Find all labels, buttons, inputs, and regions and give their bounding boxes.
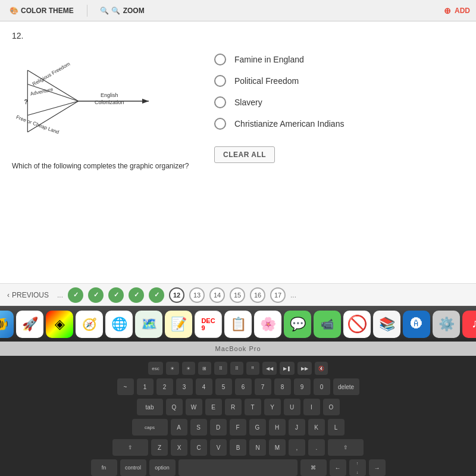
kb-f5[interactable]: ⠿ (230, 362, 243, 375)
dock-appstore-icon[interactable]: 🅐 (403, 311, 430, 338)
kb-tilde[interactable]: ~ (117, 378, 134, 395)
answer-choice-a[interactable]: Famine in England (214, 54, 464, 65)
radio-c[interactable] (214, 96, 226, 108)
kb-k[interactable]: K (308, 419, 325, 436)
kb-left[interactable]: ← (330, 459, 346, 476)
kb-q[interactable]: Q (166, 399, 183, 415)
kb-option[interactable]: option (149, 459, 176, 476)
kb-f10[interactable]: 🔇 (315, 362, 328, 375)
answer-choice-d[interactable]: Christianize American Indians (214, 118, 464, 130)
kb-tab[interactable]: tab (137, 399, 163, 415)
page-btn-12[interactable]: 12 (169, 287, 184, 303)
kb-e[interactable]: E (205, 399, 222, 415)
dock-no-sign-icon[interactable]: 🚫 (343, 311, 371, 338)
dock-books-icon[interactable]: 📚 (373, 311, 400, 338)
dock-maps-icon[interactable]: 🗺️ (135, 311, 162, 338)
answer-choice-b[interactable]: Political Freedom (214, 75, 464, 87)
kb-8[interactable]: 8 (274, 378, 291, 395)
kb-f9[interactable]: ▶▶ (298, 362, 312, 375)
kb-j[interactable]: J (289, 419, 305, 436)
radio-b[interactable] (214, 75, 226, 87)
kb-m[interactable]: M (269, 439, 286, 456)
kb-w[interactable]: W (186, 399, 202, 415)
kb-right[interactable]: → (369, 459, 386, 476)
kb-f7[interactable]: ◀◀ (262, 362, 277, 375)
radio-d[interactable] (214, 118, 226, 130)
kb-g[interactable]: G (249, 419, 266, 436)
page-btn-15[interactable]: 15 (230, 287, 245, 303)
kb-f3[interactable]: ⊞ (198, 362, 211, 375)
kb-esc[interactable]: esc (148, 362, 162, 375)
page-btn-14[interactable]: 14 (209, 287, 225, 303)
kb-d[interactable]: D (210, 419, 227, 436)
kb-h[interactable]: H (269, 419, 286, 436)
kb-r[interactable]: R (225, 399, 242, 415)
kb-1[interactable]: 1 (137, 378, 154, 395)
dock-facetime-icon[interactable]: 📹 (314, 311, 341, 338)
add-btn[interactable]: ⊕ ADD (444, 6, 470, 15)
radio-a[interactable] (214, 54, 226, 65)
clear-all-button[interactable]: CLEAR ALL (214, 146, 275, 163)
kb-i[interactable]: I (303, 399, 320, 415)
kb-n[interactable]: N (249, 439, 266, 456)
dock-safari-icon[interactable]: 🧭 (76, 311, 103, 338)
kb-f2[interactable]: ☀ (182, 362, 195, 375)
page-btn-11[interactable] (149, 287, 164, 303)
page-btn-9[interactable] (108, 287, 124, 303)
page-btn-13[interactable]: 13 (189, 287, 205, 303)
kb-updown[interactable]: ↑ ↓ (349, 459, 366, 476)
kb-command-r[interactable]: ⌘ (300, 459, 327, 476)
kb-f[interactable]: F (230, 419, 246, 436)
kb-a[interactable]: A (171, 419, 187, 436)
page-btn-16[interactable]: 16 (250, 287, 265, 303)
kb-f8[interactable]: ▶❚ (280, 362, 295, 375)
kb-2[interactable]: 2 (156, 378, 173, 395)
kb-y[interactable]: Y (264, 399, 281, 415)
dock-settings-icon[interactable]: ⚙️ (433, 311, 460, 338)
dock-reminders-icon[interactable]: 📋 (224, 311, 252, 338)
dock-calendar-icon[interactable]: DEC9 (195, 311, 222, 338)
kb-7[interactable]: 7 (255, 378, 271, 395)
color-theme-btn[interactable]: 🎨 COLOR THEME (6, 4, 77, 17)
dock-itunes-icon[interactable]: ♫ (462, 311, 476, 338)
dock-messages-icon[interactable]: 💬 (284, 311, 311, 338)
dock-chrome-icon[interactable]: 🌐 (105, 311, 133, 338)
kb-fn[interactable]: fn (91, 459, 117, 476)
kb-v[interactable]: V (210, 439, 227, 456)
kb-5[interactable]: 5 (215, 378, 232, 395)
dock-notes-icon[interactable]: 📝 (165, 311, 192, 338)
kb-4[interactable]: 4 (196, 378, 212, 395)
dock-photos-icon[interactable]: 🌸 (254, 311, 281, 338)
kb-9[interactable]: 9 (294, 378, 311, 395)
kb-z[interactable]: Z (151, 439, 168, 456)
kb-x[interactable]: X (171, 439, 187, 456)
kb-capslock[interactable]: caps (132, 419, 168, 436)
kb-b[interactable]: B (230, 439, 246, 456)
kb-f1[interactable]: ☀ (166, 362, 179, 375)
dock-launchpad-icon[interactable]: 🚀 (16, 311, 43, 338)
page-btn-17[interactable]: 17 (270, 287, 286, 303)
page-btn-8[interactable] (88, 287, 104, 303)
kb-l[interactable]: L (328, 419, 345, 436)
page-btn-10[interactable] (129, 287, 144, 303)
dock-finder-icon[interactable]: 🐠 (0, 311, 14, 338)
kb-f6[interactable]: ⠿ (246, 362, 259, 375)
kb-space[interactable] (178, 459, 298, 476)
answer-choice-c[interactable]: Slavery (214, 96, 464, 108)
dock-layers-icon[interactable]: ◈ (46, 311, 73, 338)
page-btn-7[interactable] (68, 287, 83, 303)
kb-c[interactable]: C (190, 439, 207, 456)
zoom-btn[interactable]: 🔍 🔍 ZOOM (97, 4, 148, 17)
kb-u[interactable]: U (284, 399, 300, 415)
kb-s[interactable]: S (190, 419, 207, 436)
kb-shift-r[interactable]: ⇧ (328, 439, 364, 456)
kb-3[interactable]: 3 (176, 378, 193, 395)
kb-0[interactable]: 0 (314, 378, 330, 395)
kb-delete[interactable]: delete (333, 378, 359, 395)
kb-6[interactable]: 6 (235, 378, 252, 395)
kb-f4[interactable]: ⠿ (214, 362, 227, 375)
prev-button[interactable]: ‹ PREVIOUS (7, 291, 49, 299)
kb-comma[interactable]: , (289, 439, 305, 456)
kb-shift-l[interactable]: ⇧ (112, 439, 148, 456)
kb-period[interactable]: . (308, 439, 325, 456)
